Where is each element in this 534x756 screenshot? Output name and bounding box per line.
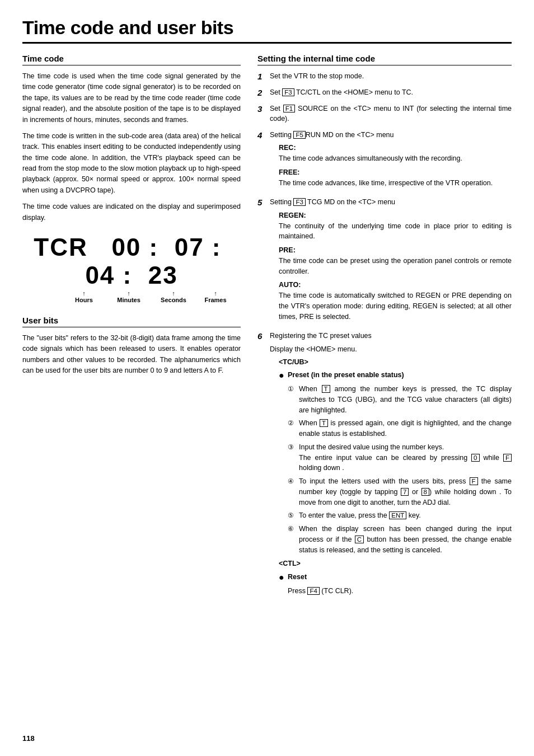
key-F-4: F (470, 477, 478, 485)
timecode-para2: The time code is written in the sub-code… (22, 131, 241, 196)
step-1: 1 Set the VTR to the stop mode. (257, 71, 512, 82)
step-3-num: 3 (257, 104, 270, 114)
step-6-text2: Display the <HOME> menu. (270, 344, 512, 355)
step-2-text: Set F3 TC/CTL on the <HOME> menu to TC. (270, 88, 413, 96)
userbits-para: The "user bits" refers to the 32-bit (8-… (22, 333, 241, 377)
reset-label: Reset (288, 572, 307, 583)
tcr-seconds: 04 (85, 261, 115, 289)
tcr-label: TCR (34, 233, 87, 261)
key-F4: F4 (307, 587, 319, 595)
key-f5-step4: F5 (293, 131, 305, 139)
step-1-num: 1 (257, 71, 270, 81)
step-6-text1: Registering the TC preset values (270, 331, 512, 341)
title-rule (22, 42, 512, 44)
key-8: 8 (421, 488, 429, 496)
step-1-text: Set the VTR to the stop mode. (270, 72, 364, 80)
right-column: Setting the internal time code 1 Set the… (257, 54, 512, 602)
arrow-frames: ↑ (214, 290, 217, 297)
label-frames-group: ↑ Frames (196, 290, 235, 303)
key-f1-step3: F1 (283, 105, 295, 112)
step-4-content: Setting F5RUN MD on the <TC> menu REC: T… (270, 130, 512, 191)
rec-label: REC: (279, 144, 296, 152)
pre-label: PRE: (279, 246, 296, 254)
preset-item-4: ④ To input the letters used with the use… (288, 476, 512, 508)
key-C: C (355, 536, 364, 543)
page-number: 118 (22, 734, 35, 743)
reset-text: Press F4 (TC CLR). (288, 587, 353, 595)
pre-text: The time code can be preset using the op… (279, 257, 512, 275)
step-4-num: 4 (257, 130, 270, 140)
arrow-hours: ↑ (82, 290, 86, 297)
preset-item-5: ⑤ To enter the value, press the ENT key. (288, 510, 512, 521)
label-minutes-group: ↑ Minutes (106, 290, 151, 303)
step-5-num: 5 (257, 197, 270, 207)
preset-item-1-text: When T among the number keys is pressed,… (299, 384, 512, 415)
step-1-content: Set the VTR to the stop mode. (270, 71, 512, 82)
step-3-content: Set F1 SOURCE on the <TC> menu to INT (f… (270, 104, 512, 125)
preset-item-1: ① When T among the number keys is presse… (288, 384, 512, 415)
key-0: 0 (471, 454, 479, 462)
circle-6: ⑥ (288, 524, 297, 534)
step-6-content: Registering the TC preset values Display… (270, 331, 512, 596)
step-5-pre: PRE: The time code can be preset using t… (279, 245, 512, 276)
arrow-minutes: ↑ (127, 290, 130, 297)
bullet-dot-reset: ● (279, 572, 285, 584)
key-T-1: T (322, 385, 330, 393)
page-title: Time code and user bits (22, 17, 512, 39)
label-minutes: Minutes (117, 297, 140, 303)
free-text: The time code advances, like time, irres… (279, 179, 493, 187)
step-5-content: Setting F3 TCG MD on the <TC> menu REGEN… (270, 197, 512, 325)
circle-5: ⑤ (288, 510, 297, 520)
step-4-free: FREE: The time code advances, like time,… (279, 167, 512, 189)
preset-bullet: ● Preset (in the preset enable status) (279, 370, 512, 382)
regen-text: The continuity of the underlying time co… (279, 222, 512, 241)
arrow-seconds: ↑ (172, 290, 175, 297)
preset-item-6: ⑥ When the display screen has been chang… (288, 524, 512, 555)
preset-item-6-text: When the display screen has been changed… (299, 524, 512, 555)
key-ENT: ENT (389, 511, 406, 519)
ctl-header: <CTL> (279, 558, 512, 569)
timecode-para1: The time code is used when the time code… (22, 71, 241, 125)
tcr-minutes: 07 (175, 233, 204, 261)
tcr-hours: 00 (111, 233, 141, 261)
preset-label: Preset (in the preset enable status) (288, 370, 404, 381)
timecode-para3: The time code values are indicated on th… (22, 201, 241, 223)
label-seconds-group: ↑ Seconds (151, 290, 196, 303)
left-column: Time code The time code is used when the… (22, 54, 241, 382)
step-6: 6 Registering the TC preset values Displ… (257, 331, 512, 596)
steps-list: 1 Set the VTR to the stop mode. 2 Set F3… (257, 71, 512, 596)
preset-item-5-text: To enter the value, press the ENT key. (299, 510, 421, 521)
auto-label: AUTO: (279, 281, 301, 289)
label-frames: Frames (204, 297, 226, 303)
key-F-3: F (503, 454, 512, 462)
tcr-value: TCR 00 : 07 : 04 : 23 (22, 233, 241, 289)
key-f3-step5: F3 (293, 198, 305, 206)
step-6-num: 6 (257, 331, 270, 341)
preset-item-4-text: To input the letters used with the users… (299, 476, 512, 508)
label-hours-group: ↑ Hours (62, 290, 106, 303)
step-2-num: 2 (257, 87, 270, 97)
key-f3-step2: F3 (282, 88, 294, 96)
step-5: 5 Setting F3 TCG MD on the <TC> menu REG… (257, 197, 512, 325)
preset-item-2: ② When T is pressed again, one digit is … (288, 418, 512, 439)
auto-text: The time code is automatically switched … (279, 292, 512, 321)
rec-text: The time code advances simultaneously wi… (279, 154, 462, 162)
tcub-header: <TC/UB> (279, 357, 512, 368)
step-3-text: Set F1 SOURCE on the <TC> menu to INT (f… (270, 105, 512, 123)
regen-label: REGEN: (279, 212, 306, 219)
circle-2: ② (288, 418, 297, 428)
key-7: 7 (401, 488, 409, 496)
circle-4: ④ (288, 476, 297, 486)
circle-1: ① (288, 384, 297, 394)
tcr-display: TCR 00 : 07 : 04 : 23 ↑ Hours ↑ Minutes (22, 233, 241, 303)
reset-text-block: Press F4 (TC CLR). (288, 586, 512, 597)
free-label: FREE: (279, 168, 300, 176)
section-title-timecode: Time code (22, 54, 241, 65)
step-4-rec: REC: The time code advances simultaneous… (279, 143, 512, 164)
preset-numbered-list: ① When T among the number keys is presse… (288, 384, 512, 555)
label-hours: Hours (75, 297, 93, 303)
section-title-userbits: User bits (22, 316, 241, 327)
preset-item-3: ③ Input the desired value using the numb… (288, 442, 512, 473)
circle-3: ③ (288, 442, 297, 452)
step-5-auto: AUTO: The time code is automatically swi… (279, 280, 512, 322)
